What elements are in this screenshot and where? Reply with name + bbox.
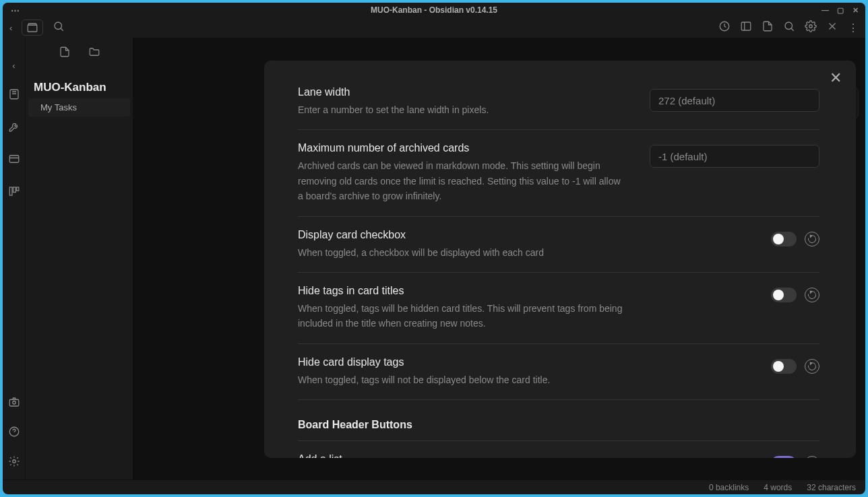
ribbon-settings-icon[interactable] bbox=[8, 455, 20, 470]
ribbon-note-icon[interactable] bbox=[8, 88, 20, 103]
vault-icon[interactable] bbox=[22, 20, 43, 36]
new-note-icon[interactable] bbox=[59, 46, 71, 61]
svg-rect-9 bbox=[16, 187, 18, 191]
window-close-icon[interactable]: ✕ bbox=[852, 7, 860, 14]
setting-label: Display card checkbox bbox=[298, 229, 744, 241]
close-tab-icon[interactable] bbox=[826, 20, 838, 35]
reset-icon[interactable] bbox=[805, 288, 819, 302]
maximize-icon[interactable]: ▢ bbox=[837, 7, 844, 14]
svg-rect-6 bbox=[9, 156, 19, 163]
setting-hide-display-tags: Hide card display tags When toggled, tag… bbox=[298, 344, 819, 400]
lane-width-input[interactable] bbox=[650, 89, 819, 112]
setting-desc: When toggled, tags will not be displayed… bbox=[298, 372, 635, 387]
setting-desc: When toggled, tags will be hidden card t… bbox=[298, 301, 635, 331]
new-folder-icon[interactable] bbox=[88, 46, 100, 61]
ribbon: ‹ bbox=[3, 38, 26, 479]
svg-point-0 bbox=[55, 22, 62, 30]
svg-rect-10 bbox=[9, 399, 19, 406]
panel-icon[interactable] bbox=[740, 20, 752, 35]
collapse-icon[interactable]: ‹ bbox=[9, 23, 12, 33]
main-area: 2⋮ ur ✕ Lane width Enter a number to set… bbox=[133, 38, 865, 479]
setting-hide-tags-title: Hide tags in card titles When toggled, t… bbox=[298, 273, 819, 344]
file-item-active[interactable]: My Tasks bbox=[28, 98, 130, 117]
gear-icon[interactable] bbox=[805, 20, 817, 35]
setting-desc: Archived cards can be viewed in markdown… bbox=[298, 158, 623, 203]
setting-max-archived: Maximum number of archived cards Archive… bbox=[298, 130, 819, 216]
file-explorer-pane: MUO-Kanban My Tasks bbox=[26, 38, 133, 479]
ribbon-card-icon[interactable] bbox=[8, 153, 20, 168]
setting-label: Hide card display tags bbox=[298, 356, 744, 368]
setting-display-checkbox: Display card checkbox When toggled, a ch… bbox=[298, 217, 819, 273]
section-header: Board Header Buttons bbox=[298, 400, 819, 441]
ribbon-help-icon[interactable] bbox=[8, 426, 20, 440]
svg-point-3 bbox=[785, 22, 793, 30]
display-checkbox-toggle[interactable] bbox=[771, 232, 797, 246]
svg-rect-7 bbox=[9, 187, 12, 195]
svg-point-11 bbox=[12, 401, 16, 405]
hide-display-tags-toggle[interactable] bbox=[771, 359, 797, 374]
setting-label: Maximum number of archived cards bbox=[298, 142, 623, 154]
setting-label: Hide tags in card titles bbox=[298, 285, 744, 297]
search-icon[interactable] bbox=[53, 20, 65, 35]
add-list-toggle[interactable] bbox=[771, 456, 797, 458]
svg-point-13 bbox=[12, 460, 16, 463]
setting-label: Lane width bbox=[298, 86, 623, 98]
setting-desc: When toggled, a checkbox will be display… bbox=[298, 245, 635, 260]
window-title: MUO-Kanban - Obsidian v0.14.15 bbox=[371, 5, 497, 15]
menu-dots-icon[interactable]: ⋯ bbox=[11, 5, 20, 15]
titlebar: ⋯ MUO-Kanban - Obsidian v0.14.15 — ▢ ✕ bbox=[3, 3, 865, 18]
ribbon-tool-icon[interactable] bbox=[8, 121, 20, 135]
reset-icon[interactable] bbox=[805, 456, 819, 458]
max-archived-input[interactable] bbox=[650, 145, 819, 168]
setting-add-list: Add a list bbox=[298, 441, 819, 458]
close-icon[interactable]: ✕ bbox=[828, 70, 844, 86]
svg-point-4 bbox=[809, 25, 813, 28]
setting-lane-width: Lane width Enter a number to set the lan… bbox=[298, 74, 819, 130]
status-chars: 32 characters bbox=[807, 483, 856, 492]
ribbon-kanban-icon[interactable] bbox=[8, 185, 20, 200]
vault-name: MUO-Kanban bbox=[26, 69, 133, 98]
clock-icon[interactable] bbox=[718, 20, 731, 35]
svg-rect-2 bbox=[741, 22, 751, 30]
app-window: ⋯ MUO-Kanban - Obsidian v0.14.15 — ▢ ✕ ‹… bbox=[3, 3, 865, 494]
ribbon-camera-icon[interactable] bbox=[8, 396, 20, 411]
setting-label: Add a list bbox=[298, 453, 744, 458]
statusbar: 0 backlinks 4 words 32 characters bbox=[3, 479, 865, 494]
svg-rect-8 bbox=[13, 187, 16, 193]
ribbon-collapse-icon[interactable]: ‹ bbox=[12, 61, 15, 71]
search2-icon[interactable] bbox=[783, 20, 795, 35]
hide-tags-title-toggle[interactable] bbox=[771, 288, 797, 302]
settings-modal: ✕ Lane width Enter a number to set the l… bbox=[264, 61, 856, 458]
minimize-icon[interactable]: — bbox=[822, 7, 829, 14]
status-backlinks[interactable]: 0 backlinks bbox=[709, 483, 749, 492]
status-words: 4 words bbox=[764, 483, 792, 492]
reset-icon[interactable] bbox=[805, 359, 819, 374]
settings-scroll[interactable]: Lane width Enter a number to set the lan… bbox=[298, 74, 826, 458]
svg-rect-5 bbox=[10, 90, 18, 99]
toolbar: ‹ ⋮ bbox=[3, 18, 865, 38]
setting-desc: Enter a number to set the lane width in … bbox=[298, 102, 623, 117]
more-icon[interactable]: ⋮ bbox=[848, 22, 859, 34]
note-icon[interactable] bbox=[762, 20, 774, 35]
reset-icon[interactable] bbox=[805, 232, 819, 246]
